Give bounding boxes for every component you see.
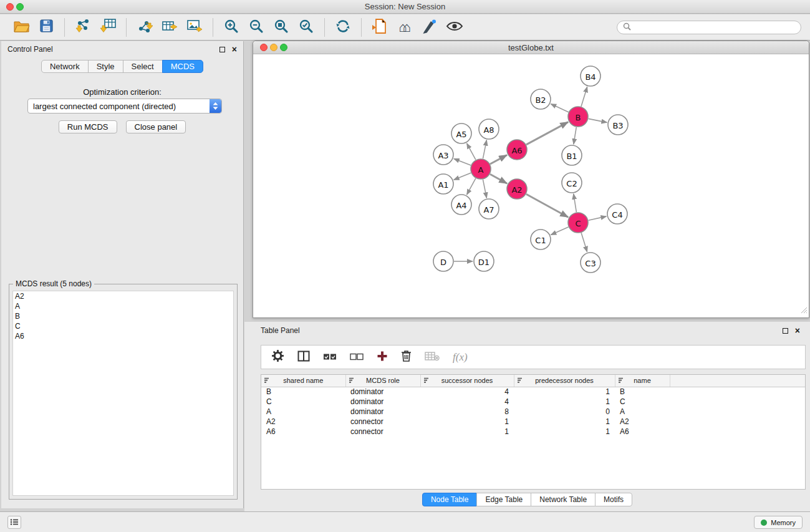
edge-A6-B[interactable] <box>526 122 568 145</box>
table-settings-button[interactable] <box>271 349 284 365</box>
graph-node-D1[interactable]: D1 <box>474 251 494 271</box>
sort-icon[interactable] <box>518 378 523 384</box>
tab-motifs[interactable]: Motifs <box>595 493 632 506</box>
zoom-in-button[interactable] <box>219 16 244 39</box>
float-panel-icon[interactable] <box>783 328 788 334</box>
edge-B-B3[interactable] <box>589 118 607 122</box>
delete-table-button[interactable] <box>425 351 440 364</box>
edge-C-C1[interactable] <box>551 227 568 235</box>
graph-node-B3[interactable]: B3 <box>608 115 628 135</box>
edge-B-B2[interactable] <box>551 104 568 112</box>
export-network-button[interactable] <box>132 16 157 39</box>
graph-node-B4[interactable]: B4 <box>581 66 600 86</box>
graph-node-A8[interactable]: A8 <box>479 119 499 139</box>
task-history-button[interactable] <box>7 516 21 529</box>
graphics-details-button[interactable] <box>442 16 467 39</box>
criterion-dropdown[interactable]: largest connected component (directed) <box>27 99 222 114</box>
list-item[interactable]: A <box>13 301 233 311</box>
graph-node-A4[interactable]: A4 <box>451 195 471 215</box>
edge-A-A4[interactable] <box>467 178 476 195</box>
function-builder-button[interactable]: f(x) <box>453 351 468 364</box>
close-panel-icon[interactable]: × <box>232 46 237 52</box>
tab-select[interactable]: Select <box>123 60 163 73</box>
import-network-button[interactable] <box>70 16 95 39</box>
open-recent-session-button[interactable] <box>367 16 392 39</box>
zoom-out-button[interactable] <box>244 16 269 39</box>
edge-A-A3[interactable] <box>454 158 471 165</box>
select-all-button[interactable] <box>323 352 337 363</box>
sort-icon[interactable] <box>264 378 270 384</box>
graph-node-C1[interactable]: C1 <box>531 230 551 249</box>
sort-icon[interactable] <box>424 378 430 384</box>
close-panel-icon[interactable]: × <box>795 327 800 334</box>
graph-node-B2[interactable]: B2 <box>531 89 551 109</box>
network-canvas[interactable]: B4B2BB3A5A8A6A3B1AC2A1A2A4A7C4CC1DD1C3 <box>253 55 809 317</box>
edge-A-A8[interactable] <box>483 140 486 159</box>
graph-node-B[interactable]: B <box>568 107 588 127</box>
zoom-fit-button[interactable] <box>269 16 294 39</box>
column-header-successor-nodes[interactable]: successor nodes <box>420 375 514 387</box>
deselect-all-button[interactable] <box>350 352 364 363</box>
minimize-window-icon[interactable] <box>270 44 277 51</box>
table-row[interactable]: A2connector11A2 <box>261 417 805 427</box>
export-table-button[interactable] <box>157 16 182 39</box>
table-row[interactable]: A6connector11A6 <box>261 427 805 437</box>
window-controls[interactable] <box>6 3 24 11</box>
search-input[interactable] <box>635 23 795 32</box>
close-window-icon[interactable] <box>260 44 268 51</box>
tab-mcds[interactable]: MCDS <box>162 60 203 73</box>
column-header-name[interactable]: name <box>615 375 670 387</box>
home-network-button[interactable]: ⌂⌂ <box>392 16 417 39</box>
export-image-button[interactable] <box>182 16 207 39</box>
import-table-button[interactable] <box>95 16 120 39</box>
graph-node-C3[interactable]: C3 <box>581 253 600 273</box>
edge-A-A6[interactable] <box>490 155 507 165</box>
tab-style[interactable]: Style <box>88 60 123 73</box>
search-field[interactable] <box>617 21 801 34</box>
edge-A-A2[interactable] <box>490 174 507 183</box>
edge-A2-C[interactable] <box>526 194 568 217</box>
column-header-shared-name[interactable]: shared name <box>261 375 345 387</box>
edge-C-C3[interactable] <box>581 233 587 252</box>
graph-node-A5[interactable]: A5 <box>451 123 471 143</box>
edge-C-C2[interactable] <box>574 194 577 212</box>
network-window-controls[interactable] <box>260 44 287 51</box>
sort-icon[interactable] <box>619 378 624 384</box>
show-columns-button[interactable] <box>297 351 310 364</box>
list-item[interactable]: B <box>13 311 233 321</box>
graph-node-A2[interactable]: A2 <box>507 179 527 199</box>
close-window-icon[interactable] <box>6 3 14 11</box>
edge-A-A7[interactable] <box>483 180 486 198</box>
table-row[interactable]: Cdominator41C <box>261 397 805 407</box>
graph-node-C[interactable]: C <box>568 213 588 233</box>
graph-node-A7[interactable]: A7 <box>479 199 499 219</box>
refresh-button[interactable] <box>330 16 355 39</box>
column-header-MCDS-role[interactable]: MCDS role <box>345 375 420 387</box>
float-panel-icon[interactable] <box>219 47 225 52</box>
edge-B-B4[interactable] <box>581 87 587 107</box>
list-item[interactable]: C <box>13 321 233 331</box>
graph-node-A[interactable]: A <box>471 159 491 179</box>
graph-node-B1[interactable]: B1 <box>562 145 582 165</box>
delete-column-button[interactable] <box>401 350 412 364</box>
close-panel-button[interactable]: Close panel <box>126 120 186 133</box>
fullscreen-window-icon[interactable] <box>16 3 24 11</box>
graph-node-A3[interactable]: A3 <box>433 145 453 165</box>
edge-A-A1[interactable] <box>454 173 471 180</box>
memory-button[interactable]: Memory <box>754 516 803 529</box>
graph-node-A6[interactable]: A6 <box>507 140 527 160</box>
run-mcds-button[interactable]: Run MCDS <box>59 120 117 133</box>
mcds-result-list[interactable]: A2ABCA6 <box>12 291 234 496</box>
open-session-button[interactable] <box>9 16 34 39</box>
graph-node-D[interactable]: D <box>433 251 453 271</box>
save-session-button[interactable] <box>34 16 59 39</box>
apply-style-button[interactable] <box>417 16 442 39</box>
list-item[interactable]: A2 <box>13 291 233 301</box>
fullscreen-window-icon[interactable] <box>280 44 287 51</box>
tab-network[interactable]: Network <box>41 60 89 73</box>
column-header-predecessor-nodes[interactable]: predecessor nodes <box>514 375 615 387</box>
node-table[interactable]: shared nameMCDS rolesuccessor nodesprede… <box>261 374 806 490</box>
edge-A-A5[interactable] <box>467 143 476 160</box>
zoom-selected-button[interactable] <box>294 16 319 39</box>
tab-network-table[interactable]: Network Table <box>531 493 595 506</box>
